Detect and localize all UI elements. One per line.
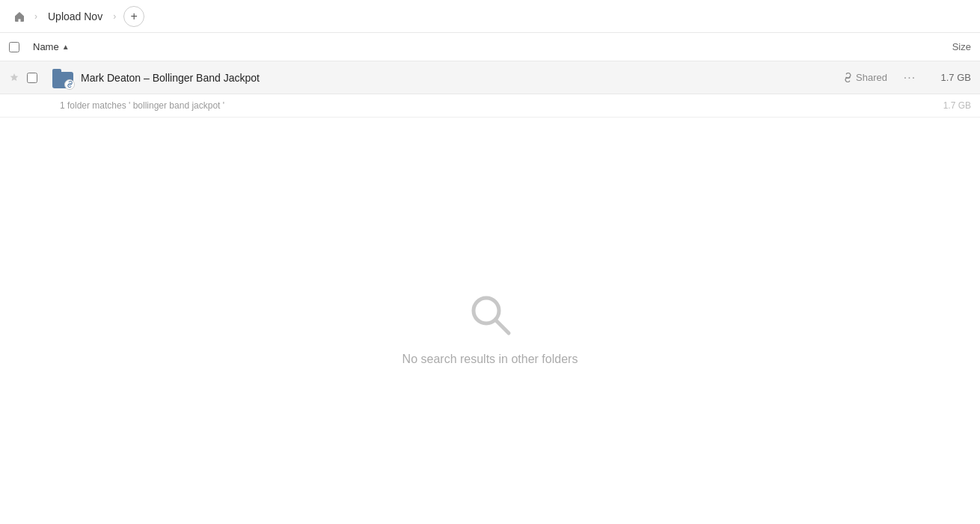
- name-column-header[interactable]: Name ▲: [33, 41, 70, 52]
- home-icon: [13, 10, 25, 22]
- breadcrumb-separator-2: ›: [113, 11, 116, 22]
- name-column-label: Name: [33, 41, 59, 52]
- size-column-header: Size: [952, 41, 971, 52]
- link-shared-icon: [843, 73, 853, 82]
- star-icon: [9, 73, 19, 83]
- folder-icon: [51, 66, 75, 90]
- file-name-label: Mark Deaton – Bollinger Band Jackpot: [81, 72, 843, 84]
- more-options-button[interactable]: ···: [899, 67, 920, 88]
- row-checkbox-wrapper[interactable]: [27, 73, 45, 83]
- home-breadcrumb[interactable]: [9, 6, 30, 27]
- breadcrumb-separator-1: ›: [34, 11, 37, 22]
- column-header: Name ▲ Size: [0, 33, 980, 61]
- topbar: › Upload Nov › +: [0, 0, 980, 33]
- match-info-row: 1 folder matches ' bollinger band jackpo…: [0, 94, 980, 118]
- add-button-label: +: [130, 10, 137, 23]
- file-size-label: 1.7 GB: [926, 72, 971, 83]
- no-results-icon: [466, 290, 514, 338]
- shared-label: Shared: [856, 72, 887, 83]
- link-badge-icon: [64, 79, 75, 90]
- empty-search-icon: [466, 290, 514, 341]
- link-icon: [67, 81, 73, 88]
- match-info-text: 1 folder matches ' bollinger band jackpo…: [60, 100, 224, 111]
- breadcrumb-folder[interactable]: Upload Nov: [42, 7, 108, 25]
- header-checkbox-wrapper[interactable]: [9, 42, 27, 52]
- star-button[interactable]: [9, 73, 27, 83]
- content-area: Name ▲ Size Mark Deaton – Bolli: [0, 33, 980, 524]
- file-list-row[interactable]: Mark Deaton – Bollinger Band Jackpot Sha…: [0, 61, 980, 94]
- svg-line-1: [495, 320, 509, 333]
- empty-state: No search results in other folders: [0, 118, 980, 524]
- select-all-checkbox[interactable]: [9, 42, 19, 52]
- breadcrumb-folder-label: Upload Nov: [48, 10, 102, 22]
- empty-state-message: No search results in other folders: [402, 353, 578, 366]
- match-info-size: 1.7 GB: [943, 100, 971, 111]
- add-button[interactable]: +: [123, 6, 144, 27]
- sort-arrow-icon: ▲: [62, 43, 70, 51]
- size-column-label: Size: [952, 41, 971, 52]
- row-checkbox[interactable]: [27, 73, 37, 83]
- shared-badge: Shared: [843, 72, 887, 83]
- more-dots-icon: ···: [904, 71, 916, 85]
